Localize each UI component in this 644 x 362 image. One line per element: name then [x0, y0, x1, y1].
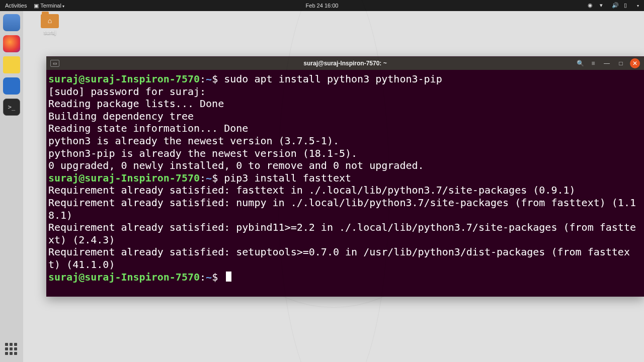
home-folder[interactable]: suraj: [37, 14, 62, 35]
output-line: Requirement already satisfied: setuptool…: [48, 246, 630, 270]
maximize-icon: □: [619, 60, 622, 67]
terminal-icon: ▣: [34, 3, 39, 9]
output-line: Requirement already satisfied: numpy in …: [48, 197, 636, 221]
output-line: Requirement already satisfied: pybind11>…: [48, 221, 636, 246]
chevron-down-icon: ▾: [62, 4, 64, 9]
prompt-user: suraj@suraj-Inspiron-7570: [48, 172, 200, 184]
output-line: python3-pip is already the newest versio…: [48, 147, 357, 159]
close-button[interactable]: ✕: [630, 58, 640, 68]
minimize-button[interactable]: —: [602, 58, 612, 68]
output-line: Reading package lists... Done: [48, 98, 224, 110]
terminal-window: ▭ suraj@suraj-Inspiron-7570: ~ 🔍 ≡ — □ ✕…: [46, 56, 644, 297]
output-line: Requirement already satisfied: fasttext …: [48, 184, 576, 196]
show-applications-button[interactable]: [5, 343, 17, 355]
output-line: [sudo] password for suraj:: [48, 85, 206, 98]
prompt-path: ~: [206, 172, 212, 184]
app-menu[interactable]: ▣ Terminal▾: [34, 3, 64, 9]
terminal-app-icon[interactable]: >_: [3, 99, 20, 116]
prompt-end: $: [212, 73, 224, 85]
volume-icon[interactable]: 🔊: [612, 2, 619, 9]
folder-label: suraj: [37, 29, 62, 35]
notes-app-icon[interactable]: [3, 56, 20, 73]
prompt-path: ~: [206, 271, 212, 283]
prompt-sep: :: [200, 172, 206, 184]
hamburger-menu-button[interactable]: ≡: [589, 59, 598, 68]
output-line: Reading state information... Done: [48, 122, 248, 134]
wifi-icon[interactable]: ▾: [600, 2, 607, 9]
output-line: 0 upgraded, 0 newly installed, 0 to remo…: [48, 159, 424, 171]
app-menu-label: Terminal: [40, 3, 61, 9]
prompt-user: suraj@suraj-Inspiron-7570: [48, 73, 200, 85]
prompt-sep: :: [200, 271, 206, 283]
hamburger-icon: ≡: [591, 60, 595, 67]
window-titlebar[interactable]: ▭ suraj@suraj-Inspiron-7570: ~ 🔍 ≡ — □ ✕: [46, 57, 644, 70]
close-icon: ✕: [632, 60, 637, 67]
command-text: pip3 install fasttext: [224, 172, 351, 184]
tab-icon: ▭: [53, 61, 57, 66]
search-icon: 🔍: [577, 60, 584, 67]
command-text: sudo apt install python3 python3-pip: [224, 73, 442, 85]
output-line: Building dependency tree: [48, 110, 194, 122]
prompt-sep: :: [200, 73, 206, 85]
prompt-path: ~: [206, 73, 212, 85]
search-button[interactable]: 🔍: [576, 59, 585, 68]
screencast-icon[interactable]: ◉: [588, 2, 595, 9]
minimize-icon: —: [604, 60, 610, 67]
maximize-button[interactable]: □: [616, 58, 626, 68]
system-menu-chevron-icon[interactable]: ▾: [637, 4, 639, 8]
new-tab-button[interactable]: ▭: [50, 60, 59, 67]
cursor: [226, 272, 231, 282]
firefox-app-icon[interactable]: [3, 35, 20, 52]
files-app-icon[interactable]: [3, 14, 20, 31]
prompt-user: suraj@suraj-Inspiron-7570: [48, 271, 200, 283]
desktop: suraj ▭ suraj@suraj-Inspiron-7570: ~ 🔍 ≡…: [23, 11, 644, 362]
terminal-output[interactable]: suraj@suraj-Inspiron-7570:~$ sudo apt in…: [46, 70, 644, 297]
activities-button[interactable]: Activities: [5, 3, 27, 9]
prompt-end: $: [212, 172, 224, 184]
battery-icon[interactable]: ▯: [624, 2, 631, 9]
folder-icon: [41, 14, 59, 28]
window-title: suraj@suraj-Inspiron-7570: ~: [303, 60, 386, 67]
dock: >_: [0, 11, 23, 362]
prompt-end: $: [212, 271, 224, 283]
output-line: python3 is already the newest version (3…: [48, 135, 339, 147]
app-icon[interactable]: [3, 77, 20, 95]
